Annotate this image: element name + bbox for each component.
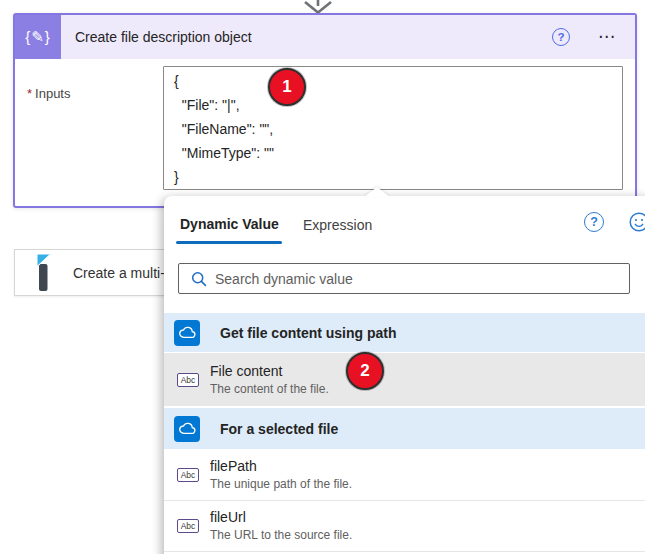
smiley-icon xyxy=(629,212,645,232)
item-name: filePath xyxy=(210,458,352,475)
tab-expression[interactable]: Expression xyxy=(303,217,372,233)
string-type-icon: Abc xyxy=(177,519,199,533)
next-action-title: Create a multi- xyxy=(73,265,165,281)
compose-card-header[interactable]: {✎} Create file description object ? ⋯ xyxy=(15,15,635,59)
feedback-button[interactable] xyxy=(629,212,645,232)
annotation-badge-2: 2 xyxy=(346,352,384,390)
dynamic-value-list: Get file content using path Abc File con… xyxy=(164,313,645,552)
arrow-down-icon xyxy=(301,0,335,14)
list-item-filepath[interactable]: Abc filePath The unique path of the file… xyxy=(164,450,645,501)
action-title: Create file description object xyxy=(75,29,552,45)
custom-connector-icon xyxy=(35,254,57,292)
group-header-get-file-content[interactable]: Get file content using path xyxy=(164,313,645,353)
list-item-fileurl[interactable]: Abc fileUrl The URL to the source file. xyxy=(164,501,645,552)
dynamic-value-picker: Dynamic Value Expression ? Get file cont… xyxy=(164,196,645,554)
picker-help-button[interactable]: ? xyxy=(584,212,604,232)
help-icon: ? xyxy=(584,212,604,232)
item-name: fileUrl xyxy=(210,509,352,526)
inputs-field[interactable]: { "File": "|", "FileName": "", "MimeType… xyxy=(163,66,623,190)
string-type-icon: Abc xyxy=(177,468,199,482)
item-name: File content xyxy=(210,363,329,380)
search-box xyxy=(178,263,630,294)
item-description: The URL to the source file. xyxy=(210,528,352,543)
onedrive-icon xyxy=(174,320,200,346)
more-options-button[interactable]: ⋯ xyxy=(598,32,617,42)
search-icon xyxy=(191,271,207,287)
help-icon: ? xyxy=(552,28,570,46)
search-input[interactable] xyxy=(215,271,629,287)
compose-action-card: {✎} Create file description object ? ⋯ *… xyxy=(13,13,637,208)
required-asterisk: * xyxy=(27,86,32,101)
tab-dynamic-value[interactable]: Dynamic Value xyxy=(180,216,279,232)
item-description: The content of the file. xyxy=(210,382,329,397)
list-item-file-content[interactable]: Abc File content The content of the file… xyxy=(164,353,645,406)
group-header-for-a-selected-file[interactable]: For a selected file xyxy=(164,408,645,450)
group-title: For a selected file xyxy=(220,421,338,437)
string-type-icon: Abc xyxy=(177,373,199,387)
group-title: Get file content using path xyxy=(220,325,397,341)
popup-beak xyxy=(364,187,390,197)
annotation-badge-1: 1 xyxy=(268,68,306,106)
onedrive-icon xyxy=(174,416,200,442)
inputs-label: *Inputs xyxy=(27,86,70,101)
compose-icon: {✎} xyxy=(15,15,61,59)
active-tab-underline xyxy=(176,241,282,244)
item-description: The unique path of the file. xyxy=(210,477,352,492)
help-button[interactable]: ? xyxy=(552,28,570,46)
